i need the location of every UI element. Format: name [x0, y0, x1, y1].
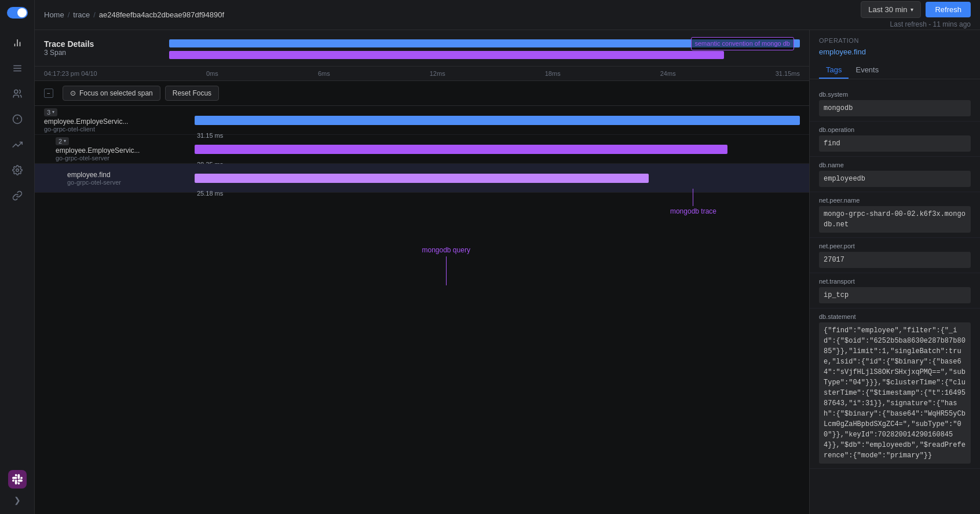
tag-key: db.name — [819, 161, 971, 168]
span-row[interactable]: 2 ▾ employee.EmployeServic... go-grpc-ot… — [35, 135, 809, 164]
span-label-area: 2 ▾ employee.EmployeServic... go-grpc-ot… — [44, 137, 195, 161]
sidebar-icon-link[interactable] — [7, 185, 28, 206]
collapse-tree-icon[interactable]: − — [44, 89, 53, 98]
right-panel: Operation employee.find Tags Events db.s… — [809, 30, 980, 514]
span-badge: 2 ▾ — [56, 137, 195, 145]
span-duration: 31.15 ms — [197, 132, 223, 139]
span-label-area: employee.find go-grpc-otel-server — [44, 171, 195, 186]
sidebar-icon-chart[interactable] — [7, 32, 28, 53]
slack-icon[interactable] — [8, 470, 27, 489]
focus-selected-span-button[interactable]: ⊙ Focus on selected span — [63, 86, 160, 101]
ruler-ticks: 0ms 6ms 12ms 18ms 24ms 31.15ms — [206, 70, 800, 77]
span-bar-area: 25.18 ms — [195, 168, 800, 189]
tag-key: db.statement — [819, 313, 971, 320]
tag-value: ip_tcp — [819, 287, 971, 303]
sidebar-icon-menu[interactable] — [7, 58, 28, 79]
sidebar-icon-users[interactable] — [7, 83, 28, 104]
sidebar-icon-settings[interactable] — [7, 160, 28, 181]
tag-key: net.transport — [819, 278, 971, 285]
tags-content: db.system mongodb db.operation find db.n… — [810, 79, 980, 514]
controls-bar: − ⊙ Focus on selected span Reset Focus — [35, 81, 809, 106]
span-label-area: 3 ▾ employee.EmployeServic... go-grpc-ot… — [44, 108, 195, 133]
tag-value: mongo-grpc-shard-00-02.k6f3x.mongodb.net — [819, 206, 971, 233]
header-right: Last 30 min ▾ Refresh Last refresh - 11 … — [861, 1, 971, 28]
tag-value: employeedb — [819, 171, 971, 187]
timeline-ruler: 04:17:23 pm 04/10 0ms 6ms 12ms 18ms 24ms… — [35, 67, 809, 81]
span-bar-area: 28.35 ms — [195, 139, 800, 160]
breadcrumb-trace[interactable]: trace — [73, 10, 90, 19]
svg-point-6 — [14, 90, 17, 93]
ruler-tick-2: 12ms — [430, 70, 445, 77]
span-chevron-icon: ▾ — [64, 138, 66, 144]
trace-header: Trace Details 3 Span — [35, 30, 809, 67]
sidebar-icon-alert[interactable] — [7, 109, 28, 130]
tag-value: mongodb — [819, 100, 971, 116]
tag-value: find — [819, 135, 971, 152]
tag-value: {"find":"employee","filter":{"_id":{"$oi… — [819, 322, 971, 464]
tag-item-net-peer-port: net.peer.port 27017 — [810, 238, 980, 273]
preview-bar-2 — [169, 51, 724, 59]
tag-item-db-system: db.system mongodb — [810, 86, 980, 122]
span-bar — [195, 116, 800, 125]
right-panel-header: Operation employee.find Tags Events — [810, 30, 980, 79]
tag-key: net.peer.name — [819, 197, 971, 204]
tab-events[interactable]: Events — [849, 62, 886, 79]
ruler-tick-3: 18ms — [545, 70, 561, 77]
sidebar: ❯ — [0, 0, 35, 514]
span-chevron-icon: ▾ — [52, 109, 54, 115]
breadcrumb-sep1: / — [68, 10, 70, 19]
ruler-tick-4: 24ms — [660, 70, 676, 77]
page-header: Home / trace / ae248feefba4acb2dbeae987d… — [35, 0, 980, 30]
span-service: go-grpc-otel-server — [67, 179, 195, 186]
span-badge: 3 ▾ — [44, 108, 195, 116]
sidebar-expand-icon[interactable]: ❯ — [12, 493, 23, 507]
refresh-button[interactable]: Refresh — [926, 2, 971, 17]
breadcrumb: Home / trace / ae248feefba4acb2dbeae987d… — [44, 10, 224, 19]
focus-icon: ⊙ — [70, 89, 76, 97]
annotation-area: mongodb query — [35, 193, 809, 309]
span-bar — [195, 174, 649, 183]
operation-name-link[interactable]: employee.find — [819, 47, 971, 56]
tab-tags[interactable]: Tags — [819, 62, 849, 79]
span-number: 2 ▾ — [56, 137, 69, 145]
tag-key: db.operation — [819, 126, 971, 133]
tag-item-net-transport: net.transport ip_tcp — [810, 273, 980, 309]
tag-value: 27017 — [819, 252, 971, 268]
ruler-datetime: 04:17:23 pm 04/10 — [44, 70, 206, 77]
ruler-tick-0: 0ms — [206, 70, 218, 77]
spans-container: 3 ▾ employee.EmployeServic... go-grpc-ot… — [35, 106, 809, 514]
span-row[interactable]: 3 ▾ employee.EmployeServic... go-grpc-ot… — [35, 106, 809, 135]
last-refresh-text: Last refresh - 11 mins ago — [890, 20, 971, 28]
breadcrumb-home[interactable]: Home — [44, 10, 64, 19]
reset-focus-button[interactable]: Reset Focus — [165, 86, 219, 101]
toggle-switch[interactable] — [7, 7, 28, 19]
span-name: employee.EmployeServic... — [56, 146, 171, 155]
preview-bar-1 — [169, 39, 800, 47]
tag-item-db-statement: db.statement {"find":"employee","filter"… — [810, 309, 980, 469]
span-name: employee.EmployeServic... — [44, 118, 160, 126]
main-content: Home / trace / ae248feefba4acb2dbeae987d… — [35, 0, 980, 514]
span-name: employee.find — [67, 171, 183, 179]
content-area: Trace Details 3 Span — [35, 30, 980, 514]
svg-point-10 — [16, 169, 19, 172]
ruler-tick-5: 31.15ms — [776, 70, 800, 77]
span-number: 3 ▾ — [44, 108, 57, 116]
span-service: go-grpc-otel-client — [44, 126, 195, 133]
trace-panel: Trace Details 3 Span — [35, 30, 809, 514]
tag-key: net.peer.port — [819, 243, 971, 249]
sidebar-icon-trending[interactable] — [7, 134, 28, 155]
tag-key: db.system — [819, 91, 971, 98]
time-range-dropdown[interactable]: Last 30 min ▾ — [861, 1, 921, 18]
span-bar — [195, 145, 727, 154]
breadcrumb-sep2: / — [93, 10, 96, 19]
ruler-tick-1: 6ms — [318, 70, 330, 77]
right-panel-tabs: Tags Events — [819, 62, 971, 79]
chevron-down-icon: ▾ — [910, 6, 913, 13]
operation-section-title: Operation — [819, 37, 971, 44]
mongodb-query-annotation: mongodb query — [422, 246, 470, 285]
trace-title: Trace Details — [44, 39, 160, 49]
tag-item-net-peer-name: net.peer.name mongo-grpc-shard-00-02.k6f… — [810, 192, 980, 238]
breadcrumb-trace-id: ae248feefba4acb2dbeae987df94890f — [99, 10, 224, 19]
span-row[interactable]: employee.find go-grpc-otel-server 25.18 … — [35, 164, 809, 193]
span-bar-area: 31.15 ms — [195, 110, 800, 131]
